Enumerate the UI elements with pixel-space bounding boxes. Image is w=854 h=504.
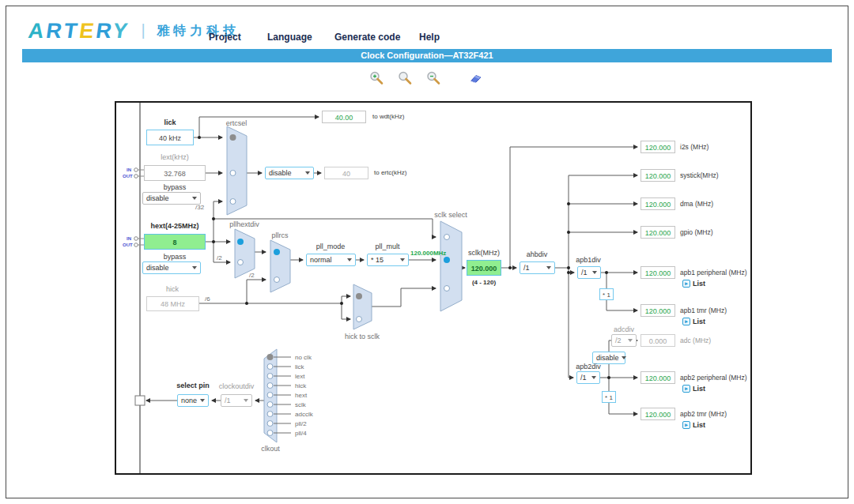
hext-pin-in-label: IN [127,236,131,241]
hick-value-box: 48 MHz [146,296,199,311]
pll-output-freq: 120.000MHz [410,250,446,258]
pll-mode-label: pll_mode [316,243,346,250]
ahbdiv-select[interactable]: /1 [520,261,555,274]
zoom-reset-icon[interactable] [397,70,413,86]
sclk-label: sclk(MHz) [468,249,500,257]
apb2-peripheral-list-link[interactable]: ▸List [682,385,705,393]
apb1-tmr-label: apb1 tmr (MHz) [680,307,727,314]
gpio-label: gpio (MHz) [680,228,713,236]
clkout-source-pll2: pll/2 [295,420,307,428]
hick-to-sclk-label: hick to sclk [345,333,380,340]
menu-language[interactable]: Language [267,32,312,43]
hext-bypass-select[interactable]: disable [142,261,201,274]
adcdiv-select[interactable]: /2 [611,334,637,347]
apb2div-label: apb2div [576,363,601,370]
lick-value-box: 40 kHz [146,130,194,145]
apb2-peripheral-freq-box: 120.000 [640,371,675,384]
select-pin-select[interactable]: none [177,394,209,407]
lext-pin-out-label: OUT [123,174,133,179]
clkout-source-lext: lext [295,373,304,381]
pllrcs-label: pllrcs [271,231,288,239]
clock-tree-canvas: IN OUT IN OUT lick 40 kHz 40.00 to wdt(k… [115,101,752,475]
apb1-peripheral-label: apb1 peripheral (MHz) [680,269,747,276]
clkout-source-hext: hext [295,392,307,400]
clockoutdiv-select[interactable]: /1 [221,394,252,407]
clkout-pin-pad [135,396,145,405]
hext-pin-icon [134,237,144,247]
logo-separator: | [141,21,145,39]
title-bar: Clock Configuration—AT32F421 [22,49,832,62]
pll-mult-label: pll_mult [375,243,399,250]
pll-mode-select[interactable]: normal [306,254,356,266]
pllrcs-mux[interactable] [270,240,290,292]
logo-wordmark: ARTERY [27,19,131,43]
select-pin-label: select pin [176,382,210,389]
apb1-tmr-freq-box: 120.000 [640,304,675,317]
list-expand-icon: ▸ [682,385,690,393]
pllhextdiv-label: pllhextdiv [229,220,259,228]
lext-value-input[interactable]: 32.768 [144,165,206,181]
clkout-source-hick: hick [295,382,306,390]
hick-to-sclk-mux[interactable] [353,284,372,329]
adc-freq-box: 0.000 [640,334,675,347]
clockoutdiv-label: clockoutdiv [219,382,255,390]
dma-freq-box: 120.000 [640,197,675,210]
zoom-in-icon[interactable] [368,70,384,86]
hext-pin-out-label: OUT [123,243,133,247]
menu-help[interactable]: Help [419,32,440,43]
clkout-source-lick: lick [295,363,304,371]
pll-mult-select[interactable]: * 15 [367,254,409,266]
zoom-out-icon[interactable] [425,70,441,86]
ahbdiv-label: ahbdiv [527,250,548,258]
apb2-tmr-list-link[interactable]: ▸List [682,421,705,429]
apb1-peripheral-list-link[interactable]: ▸List [682,280,705,288]
apb2div-select[interactable]: /1 [576,371,600,384]
apb2-peripheral-label: apb2 peripheral (MHz) [680,374,747,382]
ertcsel-mux-label: ertcsel [226,119,248,127]
wdt-label: to wdt(kHz) [372,113,404,121]
hext-label: hext(4-25MHz) [150,222,198,230]
clkout-source-no-clk: no clk [295,354,312,362]
hext-bypass-label: bypass [164,253,187,261]
hext-value-input[interactable]: 8 [144,234,206,250]
i2s-label: i2s (MHz) [680,143,709,151]
systick-freq-box: 120.000 [640,169,675,182]
clkout-source-pll4: pll/4 [295,430,307,438]
lext-bypass-select[interactable]: disable [142,192,201,205]
hick-div6-label: /6 [205,295,210,303]
clkout-source-adcclk: adcclk [295,411,313,419]
gpio-freq-box: 120.000 [640,226,675,239]
mux-option-radios[interactable] [230,134,451,436]
hext-div2-label: /2 [217,254,222,262]
apb1div-label: apb1div [576,256,601,264]
apb2-tmr-mult-box: * 1 [602,391,616,403]
adcdiv-label: adcdiv [614,325,634,333]
apb1div-select[interactable]: /1 [577,266,601,279]
menu-project[interactable]: Project [209,32,241,43]
lext-pin-icon [134,168,144,179]
dma-label: dma (MHz) [680,200,713,208]
lext-bypass-label: bypass [164,183,187,191]
list-expand-icon: ▸ [682,318,690,325]
menu-generate-code[interactable]: Generate code [334,32,400,43]
clkout-source-sclk: sclk [295,401,306,409]
apb1-peripheral-freq-box: 120.000 [640,266,675,279]
sclk-value-box: 120.000 [467,260,501,276]
toolbar [368,70,484,86]
pllrcs-div2-label: /2 [249,272,255,280]
sclk-select-label: sclk select [434,211,467,219]
apb2-tmr-label: apb2 tmr (MHz) [680,410,727,418]
pllhextdiv-mux[interactable] [235,229,255,278]
sclk-select-mux[interactable] [440,221,462,311]
clkout-label: clkout [261,445,280,453]
ertc-enable-select[interactable]: disable [265,167,314,179]
hick-label: hick [166,285,179,293]
ertc-value-box: 40 [324,167,368,179]
systick-label: systick(MHz) [680,171,719,179]
clean-icon[interactable] [468,70,484,86]
apb1-tmr-list-link[interactable]: ▸List [682,318,705,325]
clock-config-app: ARTERY | 雅特力科技 Project Language Generate… [0,0,854,504]
apb1-tmr-mult-box: * 1 [599,288,614,300]
apb2-tmr-freq-box: 120.000 [640,408,675,420]
hext-div32-label: /32 [195,204,204,212]
